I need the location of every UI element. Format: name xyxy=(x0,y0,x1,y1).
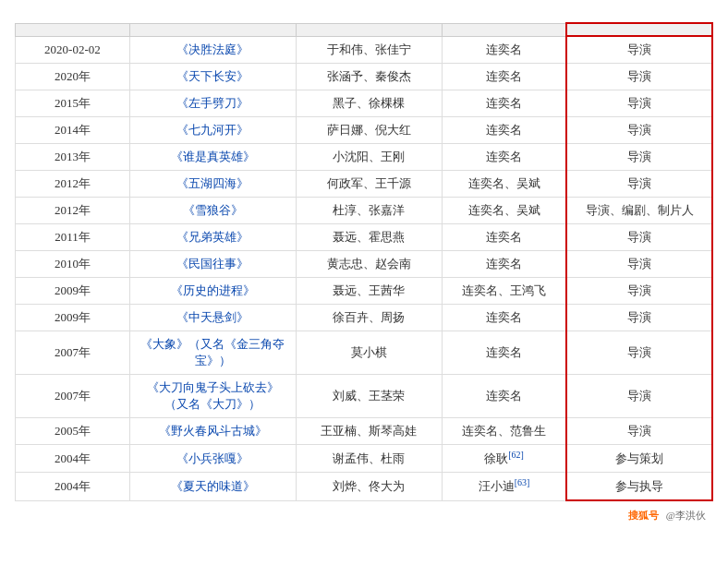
cell-date: 2009年 xyxy=(16,305,130,331)
cell-date: 2010年 xyxy=(16,251,130,278)
cell-drama[interactable]: 《大象》（又名《金三角夺宝》） xyxy=(129,331,296,375)
cell-director: 连奕名 xyxy=(442,251,566,278)
header-actors xyxy=(297,23,443,36)
cell-drama[interactable]: 《大刀向鬼子头上砍去》（又名《大刀》） xyxy=(129,375,296,418)
cell-drama[interactable]: 《七九河开》 xyxy=(129,117,296,144)
table-row: 2004年《夏天的味道》刘烨、佟大为汪小迪[63]参与执导 xyxy=(16,473,713,500)
cell-role: 导演 xyxy=(566,418,712,445)
table-row: 2020-02-02《决胜法庭》于和伟、张佳宁连奕名导演 xyxy=(16,36,713,64)
cell-actors: 徐百卉、周扬 xyxy=(297,305,443,331)
cell-role: 导演 xyxy=(566,278,712,305)
table-row: 2007年《大刀向鬼子头上砍去》（又名《大刀》）刘威、王茎荣连奕名导演 xyxy=(16,375,713,418)
table-row: 2009年《中天悬剑》徐百卉、周扬连奕名导演 xyxy=(16,305,713,331)
cell-actors: 刘烨、佟大为 xyxy=(297,473,443,500)
cell-director: 连奕名 xyxy=(442,117,566,144)
cell-drama[interactable]: 《兄弟英雄》 xyxy=(129,224,296,251)
table-row: 2020年《天下长安》张涵予、秦俊杰连奕名导演 xyxy=(16,64,713,90)
author-tag: @李洪伙 xyxy=(666,509,706,523)
table-row: 2007年《大象》（又名《金三角夺宝》）莫小棋连奕名导演 xyxy=(16,331,713,375)
cell-drama[interactable]: 《左手劈刀》 xyxy=(129,90,296,117)
cell-drama[interactable]: 《野火春风斗古城》 xyxy=(129,418,296,445)
cell-director: 连奕名 xyxy=(442,144,566,171)
cell-role: 导演 xyxy=(566,90,712,117)
cell-director: 连奕名 xyxy=(442,224,566,251)
cell-role: 参与策划 xyxy=(566,445,712,473)
table-row: 2009年《历史的进程》聂远、王茜华连奕名、王鸿飞导演 xyxy=(16,278,713,305)
cell-drama[interactable]: 《历史的进程》 xyxy=(129,278,296,305)
cell-drama[interactable]: 《谁是真英雄》 xyxy=(129,144,296,171)
cell-role: 导演 xyxy=(566,64,712,90)
table-row: 2012年《雪狼谷》杜淳、张嘉洋连奕名、吴斌导演、编剧、制片人 xyxy=(16,198,713,224)
cell-drama[interactable]: 《决胜法庭》 xyxy=(129,36,296,64)
cell-role: 导演 xyxy=(566,331,712,375)
table-row: 2014年《七九河开》萨日娜、倪大红连奕名导演 xyxy=(16,117,713,144)
cell-actors: 谢孟伟、杜雨 xyxy=(297,445,443,473)
cell-director: 连奕名、吴斌 xyxy=(442,171,566,198)
cell-role: 导演 xyxy=(566,224,712,251)
cell-actors: 杜淳、张嘉洋 xyxy=(297,198,443,224)
cell-drama[interactable]: 《雪狼谷》 xyxy=(129,198,296,224)
cell-date: 2020年 xyxy=(16,64,130,90)
cell-date: 2004年 xyxy=(16,445,130,473)
cell-director: 连奕名 xyxy=(442,90,566,117)
header-drama xyxy=(129,23,296,36)
cell-actors: 何政军、王千源 xyxy=(297,171,443,198)
bottom-bar: 搜狐号 @李洪伙 xyxy=(15,505,713,526)
sohu-logo: 搜狐号 xyxy=(628,509,659,523)
cell-director: 汪小迪[63] xyxy=(442,473,566,500)
cell-director: 连奕名、范鲁生 xyxy=(442,418,566,445)
cell-actors: 于和伟、张佳宁 xyxy=(297,36,443,64)
cell-drama[interactable]: 《天下长安》 xyxy=(129,64,296,90)
page-container: 2020-02-02《决胜法庭》于和伟、张佳宁连奕名导演2020年《天下长安》张… xyxy=(0,0,728,537)
cell-actors: 刘威、王茎荣 xyxy=(297,375,443,418)
header-director xyxy=(442,23,566,36)
table-row: 2011年《兄弟英雄》聂远、霍思燕连奕名导演 xyxy=(16,224,713,251)
cell-date: 2009年 xyxy=(16,278,130,305)
cell-role: 导演 xyxy=(566,305,712,331)
table-row: 2015年《左手劈刀》黑子、徐棵棵连奕名导演 xyxy=(16,90,713,117)
works-table: 2020-02-02《决胜法庭》于和伟、张佳宁连奕名导演2020年《天下长安》张… xyxy=(15,22,713,501)
cell-director: 连奕名 xyxy=(442,36,566,64)
cell-drama[interactable]: 《小兵张嘎》 xyxy=(129,445,296,473)
cell-role: 导演 xyxy=(566,144,712,171)
cell-role: 导演、编剧、制片人 xyxy=(566,198,712,224)
cell-date: 2005年 xyxy=(16,418,130,445)
cell-actors: 莫小棋 xyxy=(297,331,443,375)
cell-director: 连奕名 xyxy=(442,305,566,331)
cell-director: 徐耿[62] xyxy=(442,445,566,473)
cell-date: 2007年 xyxy=(16,331,130,375)
table-row: 2010年《民国往事》黄志忠、赵会南连奕名导演 xyxy=(16,251,713,278)
cell-drama[interactable]: 《五湖四海》 xyxy=(129,171,296,198)
cell-actors: 小沈阳、王刚 xyxy=(297,144,443,171)
cell-actors: 聂远、王茜华 xyxy=(297,278,443,305)
cell-director: 连奕名 xyxy=(442,375,566,418)
cell-role: 导演 xyxy=(566,36,712,64)
cell-date: 2011年 xyxy=(16,224,130,251)
table-row: 2004年《小兵张嘎》谢孟伟、杜雨徐耿[62]参与策划 xyxy=(16,445,713,473)
table-row: 2013年《谁是真英雄》小沈阳、王刚连奕名导演 xyxy=(16,144,713,171)
cell-date: 2013年 xyxy=(16,144,130,171)
cell-role: 导演 xyxy=(566,251,712,278)
header-role xyxy=(566,23,712,36)
cell-drama[interactable]: 《夏天的味道》 xyxy=(129,473,296,500)
cell-role: 导演 xyxy=(566,117,712,144)
cell-director: 连奕名 xyxy=(442,64,566,90)
cell-date: 2015年 xyxy=(16,90,130,117)
cell-role: 导演 xyxy=(566,171,712,198)
cell-date: 2014年 xyxy=(16,117,130,144)
cell-role: 导演 xyxy=(566,375,712,418)
cell-actors: 萨日娜、倪大红 xyxy=(297,117,443,144)
cell-date: 2020-02-02 xyxy=(16,36,130,64)
header-date xyxy=(16,23,130,36)
cell-date: 2007年 xyxy=(16,375,130,418)
cell-director: 连奕名、王鸿飞 xyxy=(442,278,566,305)
cell-date: 2012年 xyxy=(16,171,130,198)
cell-drama[interactable]: 《中天悬剑》 xyxy=(129,305,296,331)
cell-actors: 王亚楠、斯琴高娃 xyxy=(297,418,443,445)
cell-actors: 聂远、霍思燕 xyxy=(297,224,443,251)
cell-date: 2004年 xyxy=(16,473,130,500)
table-row: 2012年《五湖四海》何政军、王千源连奕名、吴斌导演 xyxy=(16,171,713,198)
cell-actors: 黄志忠、赵会南 xyxy=(297,251,443,278)
cell-actors: 张涵予、秦俊杰 xyxy=(297,64,443,90)
cell-drama[interactable]: 《民国往事》 xyxy=(129,251,296,278)
